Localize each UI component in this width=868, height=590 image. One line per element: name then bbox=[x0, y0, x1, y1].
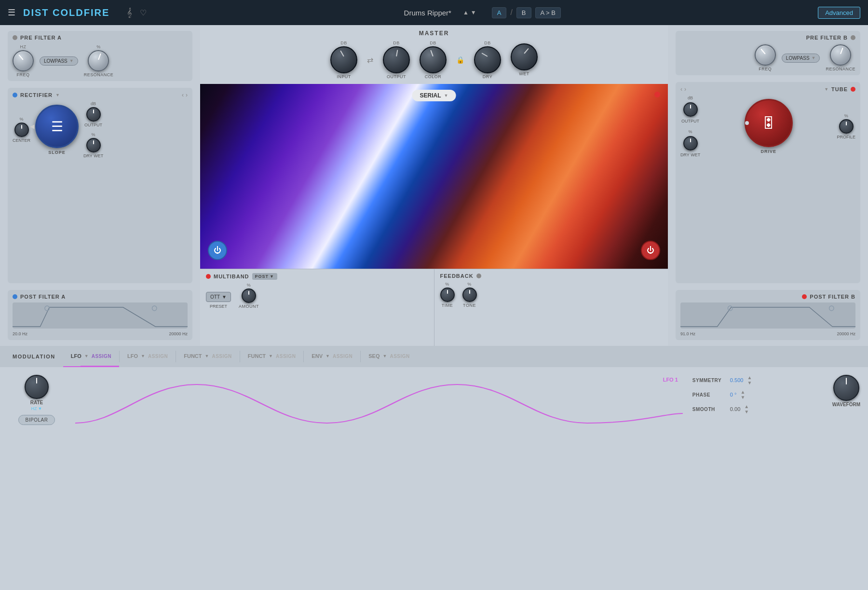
top-bar: ☰ DIST COLDFIRE 𝄞 ♡ Drums Ripper* ▲ ▼ A … bbox=[0, 0, 868, 25]
tube-drive-knob[interactable]: 🎛 bbox=[745, 99, 793, 147]
master-wet-knob[interactable] bbox=[511, 43, 538, 70]
post-filter-a-low-freq[interactable]: 20.0 Hz bbox=[13, 331, 27, 336]
ab-b-button[interactable]: B bbox=[516, 7, 531, 18]
pre-filter-b-res-wrap: RESONANCE bbox=[826, 44, 855, 71]
master-input-wrap: dB INPUT bbox=[330, 41, 357, 79]
tube-nav: ‹ › bbox=[680, 86, 686, 93]
mod-tab-lfo2-assign[interactable]: ASSIGN bbox=[148, 354, 168, 359]
pre-filter-a-mode-select[interactable]: LOWPASS ▼ bbox=[40, 56, 78, 66]
symmetry-stepper[interactable]: ▲▼ bbox=[747, 375, 752, 385]
rectifier-next[interactable]: › bbox=[186, 92, 188, 98]
multiband-post-select[interactable]: POST ▼ bbox=[252, 273, 277, 280]
pre-filter-a-title: PRE FILTER A bbox=[20, 35, 62, 41]
post-filter-a-graph[interactable] bbox=[13, 302, 188, 329]
mod-tab-seq-assign[interactable]: ASSIGN bbox=[390, 354, 409, 359]
lfo-waveform-display: LFO 1 bbox=[75, 375, 683, 582]
multiband-ott-select[interactable]: OTT ▼ bbox=[206, 292, 231, 302]
ab-atob-button[interactable]: A > B bbox=[535, 7, 561, 18]
master-color-label: COLOR bbox=[425, 74, 442, 79]
pre-filter-a-freq-knob[interactable] bbox=[13, 50, 34, 71]
tube-section: ‹ › ▼ TUBE dB OUTPUT % bbox=[676, 82, 860, 283]
mod-tab-env-assign[interactable]: ASSIGN bbox=[333, 354, 353, 359]
rectifier-center-knob[interactable] bbox=[14, 123, 29, 137]
modulation-label: MODULATION bbox=[5, 354, 63, 359]
ab-a-button[interactable]: A bbox=[492, 7, 507, 18]
post-filter-b-high-freq[interactable]: 20000 Hz bbox=[837, 331, 855, 336]
feedback-tone-knob[interactable] bbox=[462, 288, 477, 302]
pre-filter-b-mode-select[interactable]: LOWPASS ▼ bbox=[782, 54, 820, 63]
post-filter-a-dot bbox=[13, 294, 17, 299]
master-color-knob[interactable] bbox=[420, 46, 447, 73]
smooth-stepper[interactable]: ▲▼ bbox=[744, 404, 749, 414]
preset-next-arrow[interactable]: ▼ bbox=[471, 9, 476, 16]
feedback-time-knob[interactable] bbox=[440, 288, 455, 302]
tube-next[interactable]: › bbox=[684, 86, 686, 93]
lfo-rate-knob[interactable] bbox=[25, 375, 49, 399]
phase-stepper[interactable]: ▲▼ bbox=[740, 389, 745, 400]
mod-tab-env[interactable]: ENV ▼ ASSIGN bbox=[304, 346, 360, 367]
mod-tab-lfo2[interactable]: LFO ▼ ASSIGN bbox=[120, 346, 176, 367]
preset-prev-arrow[interactable]: ▲ bbox=[463, 9, 469, 16]
master-title: MASTER bbox=[419, 30, 449, 37]
rectifier-output-knob[interactable] bbox=[86, 107, 101, 122]
mod-tab-funct1-assign[interactable]: ASSIGN bbox=[212, 354, 231, 359]
rectifier-slope-knob[interactable]: ◀ ☰ bbox=[35, 105, 79, 148]
tube-profile-knob[interactable] bbox=[839, 119, 854, 134]
pre-filter-a-resonance-knob[interactable] bbox=[88, 50, 109, 71]
tube-title: TUBE bbox=[831, 86, 848, 92]
lfo-waveform-knob[interactable] bbox=[833, 375, 859, 401]
svg-point-1 bbox=[152, 306, 157, 311]
preset-name[interactable]: Drums Ripper* bbox=[404, 9, 451, 17]
post-filter-b-graph[interactable] bbox=[680, 302, 855, 329]
right-power-button[interactable]: ⏻ bbox=[641, 241, 660, 260]
feedback-panel: FEEDBACK % TIME % bbox=[434, 269, 668, 346]
left-panel: PRE FILTER A Hz FREQ LOWPASS ▼ % bbox=[0, 25, 200, 346]
mod-tab-seq[interactable]: SEQ ▼ ASSIGN bbox=[361, 346, 418, 367]
rectifier-drywet-knob[interactable] bbox=[86, 138, 101, 152]
mod-tab-funct2-assign[interactable]: ASSIGN bbox=[276, 354, 296, 359]
post-filter-b-low-freq[interactable]: 91.0 Hz bbox=[680, 331, 695, 336]
tube-drywet-knob[interactable] bbox=[683, 136, 698, 151]
heart-icon[interactable]: ♡ bbox=[140, 8, 147, 17]
symmetry-value[interactable]: 0.500 bbox=[730, 377, 744, 383]
phase-label: PHASE bbox=[692, 392, 726, 398]
smooth-value[interactable]: 0.00 bbox=[730, 406, 740, 412]
tube-pct2-label: % bbox=[844, 113, 848, 118]
mod-tab-lfo1[interactable]: LFO ▼ ASSIGN bbox=[63, 346, 119, 367]
master-dry-knob[interactable] bbox=[474, 46, 501, 73]
pre-filter-b-freq-knob[interactable] bbox=[755, 44, 776, 66]
post-filter-a-section: POST FILTER A 20.0 Hz 20000 Hz bbox=[8, 290, 192, 340]
tube-output-knob[interactable] bbox=[683, 102, 698, 117]
rectifier-section: RECTIFIER ▼ ‹ › % CENTER bbox=[8, 88, 192, 283]
tube-prev[interactable]: ‹ bbox=[680, 86, 682, 93]
serial-dropdown[interactable]: SERIAL ▼ bbox=[412, 90, 456, 101]
mod-tab-lfo1-assign[interactable]: ASSIGN bbox=[92, 354, 111, 359]
modulation-section: MODULATION LFO ▼ ASSIGN LFO ▼ ASSIGN FUN… bbox=[0, 346, 868, 590]
master-output-knob[interactable] bbox=[383, 46, 410, 73]
symmetry-row: SYMMETRY 0.500 ▲▼ bbox=[692, 375, 818, 385]
post-filter-a-high-freq[interactable]: 20000 Hz bbox=[169, 331, 188, 336]
left-power-button[interactable]: ⏻ bbox=[208, 241, 227, 260]
menu-icon[interactable]: ☰ bbox=[8, 7, 15, 18]
multiband-amount-wrap: % AMOUNT bbox=[239, 283, 259, 309]
symmetry-label: SYMMETRY bbox=[692, 378, 726, 383]
link-icon[interactable]: ⇄ bbox=[367, 55, 373, 65]
multiband-amount-knob[interactable] bbox=[242, 288, 256, 303]
rectifier-output-label: OUTPUT bbox=[84, 123, 102, 127]
slope-left-arrow: ◀ bbox=[30, 123, 34, 130]
mod-tab-funct1[interactable]: FUNCT ▼ ASSIGN bbox=[176, 346, 240, 367]
mod-tab-lfo2-type: LFO bbox=[127, 353, 138, 359]
phase-value[interactable]: 0 ° bbox=[730, 392, 737, 398]
lock-icon[interactable]: 🔒 bbox=[456, 56, 464, 64]
tube-profile-label: PROFILE bbox=[837, 135, 855, 139]
mode-chevron: ▼ bbox=[69, 58, 74, 63]
advanced-button[interactable]: Advanced bbox=[818, 7, 860, 19]
pre-filter-b-resonance-knob[interactable] bbox=[830, 44, 851, 66]
mod-tab-funct2[interactable]: FUNCT ▼ ASSIGN bbox=[240, 346, 304, 367]
tube-chevron: ▼ bbox=[824, 87, 828, 92]
bipolar-button[interactable]: BIPOLAR bbox=[18, 415, 55, 425]
rectifier-prev[interactable]: ‹ bbox=[182, 92, 184, 98]
lfo-rate-unit[interactable]: HZ ▼ bbox=[31, 406, 42, 411]
master-input-knob[interactable] bbox=[330, 46, 357, 73]
pre-filter-a-header: PRE FILTER A bbox=[13, 35, 188, 41]
